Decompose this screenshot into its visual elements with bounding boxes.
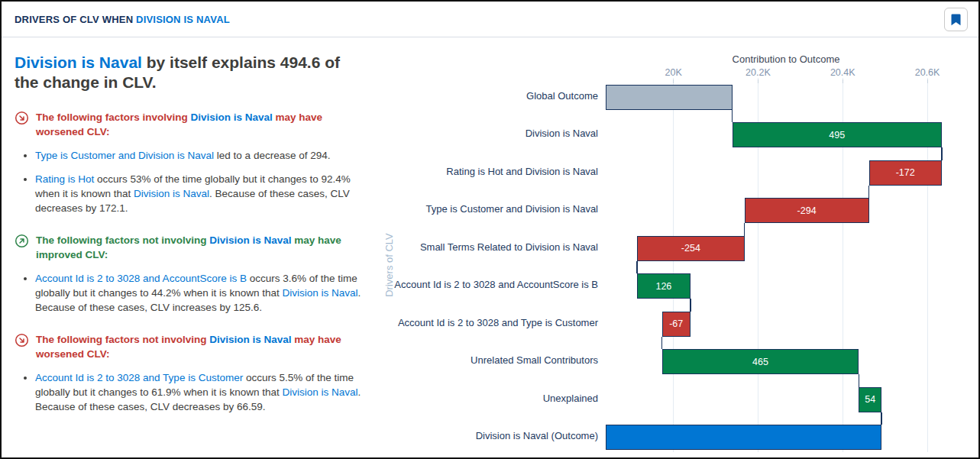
factor-link[interactable]: Division is Naval <box>209 234 291 246</box>
waterfall-connector <box>661 337 663 349</box>
section-heading: The following factors not involving Divi… <box>15 233 362 262</box>
factor-link[interactable]: Type is Customer and Division is Naval <box>35 150 214 161</box>
axis-tick-mark <box>843 79 843 83</box>
insight-title: Division is Naval by itself explains 494… <box>15 53 362 92</box>
insight-panel: Division is Naval by itself explains 494… <box>2 37 376 459</box>
bar-value-label: 495 <box>829 130 845 141</box>
category-label: Rating is Hot and Division is Naval <box>374 166 598 177</box>
page-title-filter: DIVISION IS NAVAL <box>136 14 230 25</box>
waterfall-connector <box>690 299 691 311</box>
insight-bullet: Account Id is 2 to 3028 and AccountScore… <box>35 271 362 315</box>
bar-value-label: -294 <box>797 205 817 216</box>
waterfall-connector <box>859 374 860 386</box>
waterfall-connector <box>868 186 870 198</box>
axis-tick-mark <box>927 79 928 83</box>
bookmark-icon <box>951 14 961 26</box>
insight-section-positive-1: The following factors not involving Divi… <box>15 233 362 315</box>
factor-link[interactable]: Division is Naval <box>282 386 357 398</box>
waterfall-chart: Contribution to Outcome Drivers of CLV 2… <box>374 37 980 459</box>
section-bullet-list: Account Id is 2 to 3028 and Type is Cust… <box>15 370 362 414</box>
category-label: Account Id is 2 to 3028 and AccountScore… <box>374 279 598 290</box>
arrow-down-right-circle-icon <box>15 111 29 125</box>
chart-title: Contribution to Outcome <box>606 53 966 65</box>
waterfall-connector <box>732 110 733 122</box>
bar-value-label: 465 <box>752 357 768 367</box>
waterfall-connector <box>941 147 943 160</box>
category-label: Unexplained <box>374 393 598 404</box>
insight-bullet: Rating is Hot occurs 53% of the time glo… <box>35 172 362 215</box>
factor-link[interactable]: Division is Naval <box>209 334 291 345</box>
section-heading-text: The following factors involving <box>36 112 191 123</box>
factor-link[interactable]: Division is Naval <box>191 112 273 123</box>
section-heading: The following factors not involving Divi… <box>15 332 362 361</box>
insight-section-negative-0: The following factors involving Division… <box>15 110 362 215</box>
axis-tick-label: 20.6K <box>893 67 962 78</box>
waterfall-bar-green[interactable]: 126 <box>637 273 691 299</box>
arrow-down-right-circle-icon <box>15 333 29 347</box>
waterfall-bar-gray[interactable] <box>606 85 733 110</box>
waterfall-connector <box>744 223 746 235</box>
header-bar: DRIVERS OF CLV WHEN DIVISION IS NAVAL <box>2 2 978 37</box>
page-title-prefix: DRIVERS OF CLV WHEN <box>15 14 136 25</box>
waterfall-connector <box>636 261 638 273</box>
waterfall-bar-green[interactable]: 465 <box>662 349 859 374</box>
category-label: Unrelated Small Contributors <box>374 354 598 366</box>
waterfall-bar-green[interactable]: 495 <box>733 122 942 147</box>
waterfall-bar-green[interactable]: 54 <box>859 387 881 412</box>
section-heading-text: The following factors not involving <box>36 334 209 345</box>
factor-link[interactable]: Division is Naval <box>134 188 209 199</box>
bar-value-label: -254 <box>681 243 700 254</box>
bar-value-label: -172 <box>896 167 915 178</box>
waterfall-bar-blue[interactable] <box>606 425 881 450</box>
axis-tick-label: 20K <box>639 67 708 78</box>
waterfall-bar-red[interactable]: -294 <box>745 198 869 223</box>
bookmark-button[interactable] <box>944 8 968 31</box>
insight-sections: The following factors involving Division… <box>15 110 362 414</box>
axis-tick-mark <box>673 79 674 83</box>
section-bullet-list: Account Id is 2 to 3028 and AccountScore… <box>15 271 362 315</box>
category-label: Division is Naval <box>374 128 598 139</box>
factor-link[interactable]: Account Id is 2 to 3028 and Type is Cust… <box>35 372 243 383</box>
insight-section-negative-2: The following factors not involving Divi… <box>15 332 362 414</box>
bar-value-label: 54 <box>865 394 875 405</box>
waterfall-bar-red[interactable]: -67 <box>662 312 691 337</box>
section-bullet-list: Type is Customer and Division is Naval l… <box>15 148 362 215</box>
page-title: DRIVERS OF CLV WHEN DIVISION IS NAVAL <box>15 14 230 25</box>
axis-tick-label: 20.4K <box>808 67 877 78</box>
bar-value-label: -67 <box>669 318 683 329</box>
insight-bullet: Account Id is 2 to 3028 and Type is Cust… <box>35 370 362 414</box>
insight-bullet: Type is Customer and Division is Naval l… <box>35 148 362 163</box>
gridline <box>673 78 674 452</box>
category-label: Division is Naval (Outcome) <box>374 430 598 441</box>
waterfall-bar-red[interactable]: -172 <box>869 160 942 186</box>
waterfall-connector <box>881 412 882 425</box>
factor-link[interactable]: Account Id is 2 to 3028 and AccountScore… <box>35 273 247 284</box>
factor-link[interactable]: Division is Naval <box>282 287 357 299</box>
factor-link[interactable]: Rating is Hot <box>35 173 94 185</box>
bar-value-label: 126 <box>655 281 671 292</box>
category-label: Small Terms Related to Division is Naval <box>374 241 598 253</box>
arrow-up-right-circle-icon <box>15 234 29 248</box>
bullet-text: led to a decrease of 294. <box>214 150 330 161</box>
drivers-of-clv-window: DRIVERS OF CLV WHEN DIVISION IS NAVAL Di… <box>0 0 980 459</box>
insight-title-link[interactable]: Division is Naval <box>15 53 142 71</box>
category-label: Account Id is 2 to 3028 and Type is Cust… <box>374 317 598 328</box>
section-heading-text: The following factors not involving <box>36 234 209 246</box>
category-label: Global Outcome <box>374 90 598 102</box>
category-label: Type is Customer and Division is Naval <box>374 203 598 215</box>
axis-tick-mark <box>758 79 758 83</box>
section-heading: The following factors involving Division… <box>15 110 362 139</box>
waterfall-bar-red[interactable]: -254 <box>637 236 745 261</box>
axis-tick-label: 20.2K <box>723 67 792 78</box>
